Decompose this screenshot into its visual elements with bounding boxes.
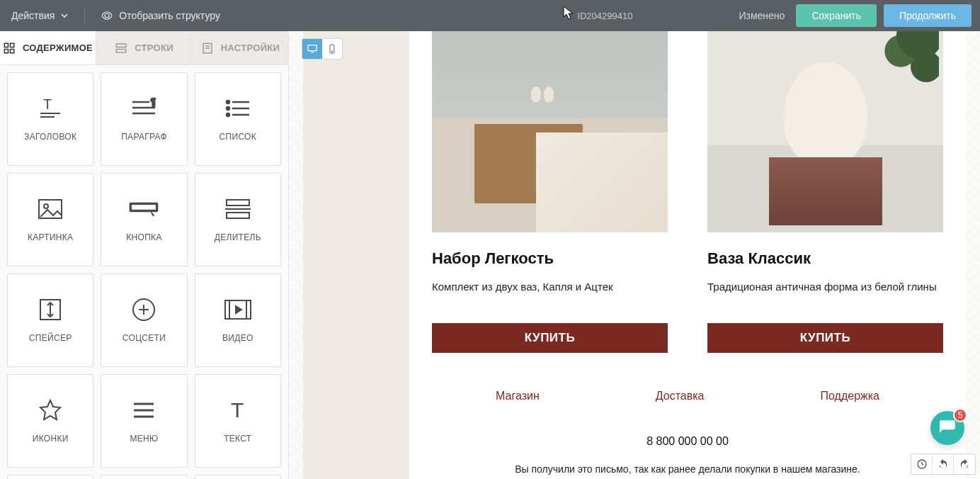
footer-disclaimer: Вы получили это письмо, так как ранее де… bbox=[409, 462, 966, 479]
svg-point-23 bbox=[44, 204, 48, 208]
tab-rows-label: СТРОКИ bbox=[135, 43, 173, 53]
document-id: ID204299410 bbox=[220, 11, 739, 21]
spacer-icon bbox=[38, 297, 63, 322]
grid-icon bbox=[3, 42, 16, 55]
buy-button-1[interactable]: КУПИТЬ bbox=[432, 323, 668, 353]
save-button[interactable]: Сохранить bbox=[796, 4, 877, 27]
tab-rows[interactable]: СТРОКИ bbox=[96, 31, 193, 64]
footer-links: Магазин Доставка Поддержка bbox=[409, 390, 966, 402]
block-image[interactable]: КАРТИНКА bbox=[7, 173, 93, 266]
redo-button[interactable] bbox=[954, 454, 975, 474]
buy-button-2[interactable]: КУПИТЬ bbox=[707, 323, 943, 353]
blocks-grid: T ЗАГОЛОВОК ¶ ПАРАГРАФ СПИСОК КАРТИНКА К… bbox=[0, 65, 288, 479]
block-spacer-label: СПЕЙСЕР bbox=[29, 333, 72, 343]
block-list-label: СПИСОК bbox=[220, 132, 256, 142]
svg-rect-2 bbox=[4, 49, 8, 52]
block-image-label: КАРТИНКА bbox=[28, 232, 73, 242]
star-icon bbox=[38, 398, 63, 423]
undo-icon bbox=[938, 458, 949, 470]
svg-rect-3 bbox=[10, 49, 13, 52]
heading-icon: T bbox=[35, 96, 66, 120]
show-structure-toggle[interactable]: Отобразить структуру bbox=[101, 9, 220, 22]
svg-text:T: T bbox=[43, 96, 52, 112]
undo-button[interactable] bbox=[933, 454, 954, 474]
social-icon bbox=[131, 297, 156, 322]
video-icon bbox=[222, 298, 253, 322]
tab-settings[interactable]: НАСТРОЙКИ bbox=[193, 31, 288, 64]
actions-dropdown[interactable]: Действия bbox=[11, 10, 69, 21]
history-button[interactable] bbox=[911, 454, 933, 474]
block-social[interactable]: СОЦСЕТИ bbox=[101, 274, 187, 367]
continue-button[interactable]: Продолжить bbox=[884, 4, 972, 27]
save-status: Изменено bbox=[739, 10, 785, 21]
svg-point-20 bbox=[227, 113, 229, 116]
svg-rect-40 bbox=[308, 45, 317, 51]
image-icon bbox=[36, 197, 64, 221]
block-more-1[interactable] bbox=[7, 475, 93, 479]
block-social-label: СОЦСЕТИ bbox=[122, 333, 166, 343]
history-icon bbox=[916, 458, 928, 470]
product-title-1: Набор Легкость bbox=[432, 249, 668, 268]
history-bar bbox=[911, 453, 976, 475]
menu-icon bbox=[131, 400, 156, 421]
device-switcher bbox=[302, 38, 343, 60]
block-more-2[interactable] bbox=[101, 475, 187, 479]
block-more-3[interactable] bbox=[195, 475, 281, 479]
show-structure-label: Отобразить структуру bbox=[119, 10, 220, 21]
content-panel: СОДЕРЖИМОЕ СТРОКИ НАСТРОЙКИ T ЗАГОЛОВОК … bbox=[0, 31, 289, 479]
footer-link-shop[interactable]: Магазин bbox=[496, 390, 540, 402]
product-image-1[interactable] bbox=[432, 31, 668, 232]
svg-text:T: T bbox=[231, 398, 244, 422]
svg-rect-25 bbox=[132, 205, 156, 210]
block-divider[interactable]: ДЕЛИТЕЛЬ bbox=[195, 173, 281, 266]
svg-point-43 bbox=[331, 51, 332, 52]
paragraph-icon: ¶ bbox=[128, 96, 159, 120]
block-heading-label: ЗАГОЛОВОК bbox=[24, 132, 76, 142]
svg-point-18 bbox=[227, 107, 229, 110]
block-text-label: ТЕКСТ bbox=[224, 434, 251, 444]
svg-text:¶: ¶ bbox=[151, 97, 155, 107]
svg-rect-41 bbox=[311, 52, 314, 52]
tab-content[interactable]: СОДЕРЖИМОЕ bbox=[0, 31, 96, 64]
product-card-1: Набор Легкость Комплект из двух ваз, Кап… bbox=[432, 31, 668, 353]
tab-content-label: СОДЕРЖИМОЕ bbox=[23, 43, 93, 53]
actions-label: Действия bbox=[11, 10, 55, 21]
settings-doc-icon bbox=[201, 42, 214, 55]
product-card-2: Ваза Классик Традиционая античная форма … bbox=[707, 31, 943, 353]
block-button[interactable]: КНОПКА bbox=[101, 173, 187, 266]
svg-rect-4 bbox=[116, 44, 126, 47]
text-icon: T bbox=[225, 398, 251, 423]
email-body: Набор Легкость Комплект из двух ваз, Кап… bbox=[409, 31, 966, 479]
svg-rect-27 bbox=[227, 213, 249, 218]
footer-link-support[interactable]: Поддержка bbox=[821, 390, 879, 402]
device-mobile[interactable] bbox=[322, 39, 342, 59]
block-text[interactable]: T ТЕКСТ bbox=[195, 374, 281, 468]
svg-point-16 bbox=[227, 101, 229, 103]
footer-link-delivery[interactable]: Доставка bbox=[656, 390, 705, 402]
email-canvas[interactable]: Набор Легкость Комплект из двух ваз, Кап… bbox=[303, 31, 966, 479]
panel-tabs: СОДЕРЖИМОЕ СТРОКИ НАСТРОЙКИ bbox=[0, 31, 288, 65]
block-icons[interactable]: ИКОНКИ bbox=[7, 374, 93, 468]
eye-icon bbox=[101, 9, 113, 22]
block-spacer[interactable]: СПЕЙСЕР bbox=[7, 274, 93, 367]
footer-phone: 8 800 000 00 00 bbox=[409, 435, 966, 448]
block-button-label: КНОПКА bbox=[126, 232, 161, 242]
block-menu[interactable]: МЕНЮ bbox=[101, 374, 187, 468]
desktop-icon bbox=[307, 43, 318, 55]
chat-widget[interactable]: 5 bbox=[930, 411, 964, 445]
block-paragraph[interactable]: ¶ ПАРАГРАФ bbox=[101, 72, 187, 166]
block-paragraph-label: ПАРАГРАФ bbox=[121, 132, 167, 142]
chat-count: 5 bbox=[953, 408, 967, 422]
top-toolbar: Действия Отобразить структуру ID20429941… bbox=[0, 0, 980, 31]
block-video-label: ВИДЕО bbox=[222, 333, 253, 343]
block-list[interactable]: СПИСОК bbox=[195, 72, 281, 166]
mobile-icon bbox=[327, 43, 337, 55]
block-video[interactable]: ВИДЕО bbox=[195, 274, 281, 367]
device-desktop[interactable] bbox=[302, 39, 322, 59]
block-menu-label: МЕНЮ bbox=[130, 434, 158, 444]
svg-rect-5 bbox=[116, 49, 126, 52]
block-heading[interactable]: T ЗАГОЛОВОК bbox=[7, 72, 93, 166]
svg-rect-26 bbox=[227, 200, 249, 205]
product-image-2[interactable] bbox=[707, 31, 943, 232]
canvas-area: Набор Легкость Комплект из двух ваз, Кап… bbox=[289, 31, 980, 479]
